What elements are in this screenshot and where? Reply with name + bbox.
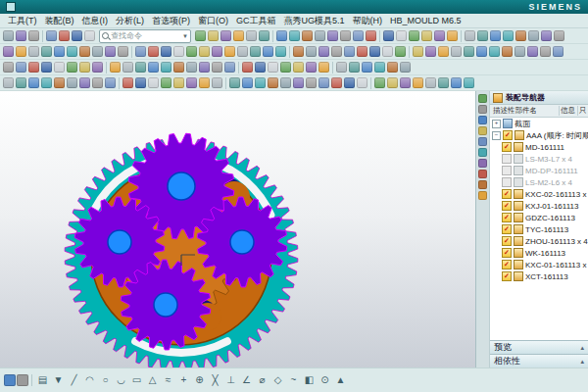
tree-row-component[interactable]: LS-M3-L7 x 4 xyxy=(490,153,588,165)
visibility-checkbox[interactable]: ✓ xyxy=(502,142,512,152)
dependencies-section-bar[interactable]: 相依性 ▴ xyxy=(490,354,588,368)
toolbar-icon[interactable] xyxy=(383,30,394,41)
tree-row-component[interactable]: ✓KXC-02-161113 x 4 xyxy=(490,188,588,200)
toolbar-icon[interactable] xyxy=(315,30,325,41)
toolbar-icon[interactable] xyxy=(477,30,488,41)
toolbar-icon[interactable] xyxy=(293,46,304,57)
planet-hub[interactable] xyxy=(154,293,177,317)
visibility-checkbox[interactable]: ✓ xyxy=(502,213,512,222)
toolbar-icon[interactable] xyxy=(122,62,133,73)
toolbar-icon[interactable] xyxy=(554,30,564,41)
toolbar-icon[interactable] xyxy=(59,30,70,41)
toolbar-icon[interactable] xyxy=(3,62,14,73)
chevron-down-icon[interactable]: ▼ xyxy=(182,33,188,39)
planetary-gear-assembly[interactable] xyxy=(0,91,475,368)
command-search-input[interactable] xyxy=(111,31,182,41)
toolbar-icon[interactable] xyxy=(41,62,52,73)
toolbar-icon[interactable] xyxy=(464,77,474,88)
toolbar-icon[interactable] xyxy=(224,46,235,57)
toolbar-icon[interactable] xyxy=(28,46,39,57)
toolbar-icon[interactable] xyxy=(54,46,65,57)
toolbar-icon[interactable] xyxy=(465,30,475,41)
toolbar-icon[interactable] xyxy=(515,30,526,41)
toolbar-icon[interactable] xyxy=(438,46,449,57)
toolbar-icon[interactable] xyxy=(400,62,411,73)
toolbar-icon[interactable] xyxy=(28,30,39,41)
toolbar-icon[interactable] xyxy=(92,77,103,88)
tree-row-component[interactable]: ✓ZHOU-161113 x 4 xyxy=(490,235,588,247)
toolbar-icon[interactable] xyxy=(541,30,552,41)
toolbar-icon[interactable] xyxy=(242,77,253,88)
toolbar-icon[interactable] xyxy=(527,46,538,57)
toolbar-icon[interactable] xyxy=(229,77,240,88)
toolbar-icon[interactable] xyxy=(327,30,338,41)
toolbar-icon[interactable] xyxy=(374,62,385,73)
resource-bar-icon[interactable] xyxy=(478,170,487,178)
resource-bar-icon[interactable] xyxy=(478,191,487,200)
toolbar-icon[interactable] xyxy=(16,46,26,57)
toolbar-icon[interactable] xyxy=(135,46,146,57)
toolbar-icon[interactable] xyxy=(528,30,539,41)
toolbar-icon[interactable] xyxy=(79,62,90,73)
visibility-checkbox[interactable] xyxy=(502,177,512,187)
toolbar-icon[interactable] xyxy=(503,30,514,41)
toolbar-icon[interactable] xyxy=(387,62,398,73)
toolbar-icon[interactable] xyxy=(54,77,65,88)
toolbar-icon[interactable] xyxy=(306,46,317,57)
toolbar-icon[interactable] xyxy=(425,77,436,88)
toolbar-icon[interactable] xyxy=(67,46,77,57)
menu-item[interactable]: 信息(I) xyxy=(78,15,113,27)
toolbar-icon[interactable] xyxy=(276,30,287,41)
tree-row-component[interactable]: ✓GDZC-161113 xyxy=(490,212,588,223)
sketch-tool-icon[interactable]: ⊙ xyxy=(318,372,332,388)
visibility-checkbox[interactable]: ✓ xyxy=(502,189,512,199)
toolbar-icon[interactable] xyxy=(447,30,458,41)
toolbar-icon[interactable] xyxy=(331,77,342,88)
graphics-window[interactable] xyxy=(0,91,475,368)
column-descriptive-part-name[interactable]: 描述性部件名 xyxy=(490,106,559,116)
toolbar-icon[interactable] xyxy=(387,77,398,88)
toolbar-icon[interactable] xyxy=(357,77,368,88)
toolbar-icon[interactable] xyxy=(28,77,39,88)
toolbar-icon[interactable] xyxy=(186,46,197,57)
toolbar-icon[interactable] xyxy=(3,30,14,41)
toolbar-icon[interactable] xyxy=(41,46,52,57)
resource-bar-icon[interactable] xyxy=(478,116,487,124)
tree-row-component[interactable]: MD-DP-161111 xyxy=(490,165,588,176)
toolbar-icon[interactable] xyxy=(280,77,291,88)
toolbar-icon[interactable] xyxy=(212,77,222,88)
toolbar-icon[interactable] xyxy=(54,62,65,73)
toolbar-icon[interactable] xyxy=(413,77,423,88)
command-finder[interactable]: ▼ xyxy=(99,29,191,43)
toolbar-icon[interactable] xyxy=(118,46,128,57)
toolbar-icon[interactable] xyxy=(268,62,278,73)
toolbar-icon[interactable] xyxy=(382,46,393,57)
toolbar-icon[interactable] xyxy=(451,77,462,88)
toolbar-icon[interactable] xyxy=(438,77,449,88)
tree-row-component[interactable]: ✓TYC-161113 xyxy=(490,223,588,235)
toolbar-icon[interactable] xyxy=(46,30,57,41)
planet-hub[interactable] xyxy=(230,230,254,254)
toolbar-icon[interactable] xyxy=(421,30,432,41)
toolbar-icon[interactable] xyxy=(250,46,261,57)
toolbar-icon[interactable] xyxy=(67,77,77,88)
expand-toggle[interactable]: + xyxy=(492,120,501,128)
toolbar-icon[interactable] xyxy=(259,30,270,41)
tree-row-component[interactable]: ✓MD-161111 xyxy=(490,141,588,153)
toolbar-icon[interactable] xyxy=(514,46,525,57)
toolbar-icon[interactable] xyxy=(306,62,317,73)
toolbar-icon[interactable] xyxy=(84,30,95,41)
toolbar-icon[interactable] xyxy=(400,77,411,88)
toolbar-icon[interactable] xyxy=(306,77,317,88)
menu-item[interactable]: HB_MOULD M6.5 xyxy=(386,16,466,25)
sketch-tool-icon[interactable]: ⊥ xyxy=(223,372,238,388)
toolbar-icon[interactable] xyxy=(16,77,26,88)
menu-item[interactable]: 窗口(O) xyxy=(194,15,232,27)
toolbar-icon[interactable] xyxy=(92,62,103,73)
sketch-tool-icon[interactable]: ◇ xyxy=(270,372,285,388)
toolbar-icon[interactable] xyxy=(340,30,351,41)
visibility-checkbox[interactable]: ✓ xyxy=(502,248,512,258)
toolbar-icon[interactable] xyxy=(3,46,14,57)
toolbar-icon[interactable] xyxy=(220,30,231,41)
menu-item[interactable]: 分析(L) xyxy=(112,15,148,27)
